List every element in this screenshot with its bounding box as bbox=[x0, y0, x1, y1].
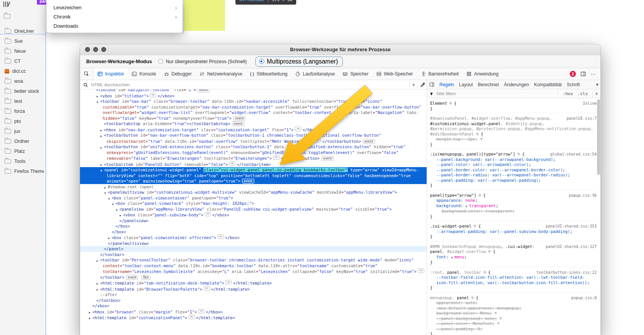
add-node-icon[interactable]: + bbox=[412, 82, 415, 87]
markup-line[interactable]: ▶<hbox id="browser" class="margin" flex=… bbox=[80, 309, 427, 315]
rule-selector[interactable]: #editBookmarkPanel{ bbox=[430, 132, 597, 137]
scrollbar-thumb[interactable] bbox=[597, 99, 600, 175]
show-more-icon[interactable] bbox=[205, 212, 211, 216]
tab-konsole[interactable]: Konsole bbox=[128, 68, 160, 80]
event-badge[interactable]: event bbox=[233, 116, 245, 121]
show-more-icon[interactable] bbox=[314, 138, 321, 143]
markup-line[interactable]: skipintoolbarset="true" data-l10n-id="na… bbox=[80, 138, 427, 144]
meatball-menu-icon[interactable]: ⋯ bbox=[591, 71, 596, 77]
markup-line[interactable]: <toolbox id="navigator-toolbox" flex="1"… bbox=[80, 89, 427, 93]
markup-line[interactable]: overflowtarget="widget-overflow-list" ov… bbox=[80, 110, 427, 116]
css-declaration[interactable]: appearance: auto; bbox=[430, 300, 597, 306]
markup-line[interactable]: ::after bbox=[80, 292, 427, 298]
markup-line[interactable]: </box> bbox=[80, 229, 427, 235]
markup-line[interactable]: ▶<toolbarbutton id="nav-bar-overflow-but… bbox=[80, 132, 427, 138]
bookmark-item[interactable]: OneLiner bbox=[0, 26, 45, 36]
markup-line[interactable]: ▶<box class="panel-viewcontainer offscre… bbox=[80, 234, 427, 241]
bookmark-item[interactable]: jux bbox=[0, 126, 45, 136]
rule-selector[interactable]: #permission-popup, #protections-popup, #… bbox=[430, 126, 597, 132]
markup-line[interactable]: </toolbar> bbox=[80, 252, 427, 258]
css-declaration[interactable]: background-color: transparent; bbox=[430, 209, 597, 214]
zoom-window-button[interactable] bbox=[101, 47, 106, 52]
markup-line[interactable]: ▶<html:template id="tab-notification-dec… bbox=[80, 280, 427, 286]
tab-barrierefreiheit[interactable]: Barrierefreiheit bbox=[417, 68, 463, 80]
stylesheet-link[interactable]: popup.css:36 bbox=[566, 193, 597, 198]
pseudo-toggle-cls[interactable]: .cls bbox=[575, 91, 590, 96]
sidebar-tab-layout[interactable]: Layout bbox=[459, 82, 473, 87]
markup-line[interactable]: </panel> bbox=[80, 246, 427, 252]
stylesheet-link[interactable]: panelUI.css:7 bbox=[564, 116, 597, 121]
event-badge[interactable]: event bbox=[197, 89, 210, 92]
markup-line[interactable]: hidden="false" keyNav="true" nonemptyove… bbox=[80, 116, 427, 121]
flex-badge[interactable]: flex bbox=[141, 275, 150, 280]
css-declaration[interactable]: --panel-color: var(--arrowpanel-color); bbox=[430, 162, 597, 168]
markup-line[interactable]: ▼<panel id="customizationui-widget-panel… bbox=[80, 167, 427, 173]
markup-line[interactable]: ▶<toolbaritem id="PanelUI-button" remova… bbox=[80, 161, 427, 168]
sidebar-tab-änderungen[interactable]: Änderungen bbox=[504, 82, 529, 87]
show-more-icon[interactable] bbox=[295, 127, 301, 131]
tab-inspektor[interactable]: Inspektor bbox=[93, 68, 128, 80]
rule-selector[interactable]: Element{Inline bbox=[430, 101, 597, 106]
stylesheet-link[interactable]: Inline bbox=[580, 101, 597, 106]
bookmark-item[interactable]: dict.cc bbox=[0, 66, 45, 76]
rule-selector[interactable]: #customizationui-widget-panel, #identity… bbox=[430, 121, 597, 127]
markup-line[interactable]: customizable="true" customizationtarget=… bbox=[80, 104, 427, 110]
bookmark-item[interactable]: forza bbox=[0, 106, 45, 116]
bookmark-item[interactable]: test bbox=[0, 96, 45, 106]
markup-line[interactable]: ▼<box class="panel-viewstack" style="max… bbox=[80, 201, 427, 206]
bookmark-item[interactable]: Tools bbox=[0, 156, 45, 166]
markup-line[interactable]: ▶<hbox id="nav-bar-customization-target"… bbox=[80, 127, 427, 133]
rule-selector[interactable]: :is(menupopup, panel)[type="arrow"]{glob… bbox=[430, 152, 597, 157]
markup-line[interactable]: <toolbartabstop aria-hidden="true"></too… bbox=[80, 121, 427, 127]
css-declaration[interactable]: --panel-background: none; bbox=[430, 316, 597, 322]
expand-computed-icon[interactable]: ▶ bbox=[466, 204, 468, 208]
toggle-split-panel-icon[interactable] bbox=[581, 71, 586, 77]
markup-line[interactable]: </panelview> bbox=[80, 218, 427, 224]
add-rule-icon[interactable]: + bbox=[595, 91, 598, 96]
markup-line[interactable]: libraryView" context="" flip="both" side… bbox=[80, 173, 427, 179]
markup-line[interactable]: onkeypress="gUnifiedExtensions.togglePan… bbox=[80, 150, 427, 156]
css-declaration[interactable]: --panel-border-color: var(--arrowpanel-b… bbox=[430, 168, 597, 173]
show-more-icon[interactable] bbox=[273, 155, 280, 160]
event-badge[interactable]: event bbox=[232, 121, 244, 126]
css-declaration[interactable]: font: ▶menu; bbox=[430, 255, 597, 260]
css-declaration[interactable]: --arrowpanel-padding: var(--panel-subvie… bbox=[430, 229, 597, 234]
css-declaration[interactable]: --panel-border-radius: var(--arrowpanel-… bbox=[430, 173, 597, 178]
markup-line[interactable]: ▶<html:template id="BrowserToolbarPalett… bbox=[80, 286, 427, 292]
eyedropper-icon[interactable] bbox=[420, 81, 425, 88]
css-declaration[interactable]: --panel-padding: var(--arrowpanel-paddin… bbox=[430, 178, 597, 183]
window-titlebar[interactable]: Browser-Werkzeuge für mehrere Prozesse bbox=[80, 44, 601, 55]
show-more-icon[interactable] bbox=[229, 161, 235, 166]
show-more-icon[interactable] bbox=[418, 268, 424, 273]
event-badge[interactable]: event bbox=[242, 179, 254, 184]
style-filter-input[interactable] bbox=[435, 91, 556, 96]
search-input[interactable] bbox=[90, 82, 407, 87]
bookmark-item[interactable]: Ordner bbox=[0, 136, 45, 146]
markup-line[interactable]: removable="false" label="Erweiterungen" … bbox=[80, 155, 427, 161]
tab-debugger[interactable]: Debugger bbox=[160, 68, 196, 80]
bookmark-item[interactable]: Sue bbox=[0, 36, 45, 46]
radio-icon[interactable] bbox=[158, 59, 163, 64]
markup-line[interactable]: toolbarname="Lesezeichen-Symbolleiste" a… bbox=[80, 268, 427, 275]
css-declaration[interactable]: --panel-color: MenuText; bbox=[430, 321, 597, 327]
markup-line[interactable]: ▶#shadow-root (open) bbox=[80, 184, 427, 190]
stylesheet-link[interactable]: toolbarbutton-icons.css:22 bbox=[533, 270, 597, 275]
show-more-icon[interactable] bbox=[198, 309, 205, 313]
sidebar-tab-schrift[interactable]: Schrift bbox=[567, 82, 580, 87]
show-more-icon[interactable] bbox=[150, 93, 156, 97]
pseudo-toggle-hov[interactable]: :hov bbox=[561, 91, 576, 96]
css-declaration[interactable]: --toolbar-field-icon-fill-attention: var… bbox=[430, 275, 597, 285]
bookmark-item[interactable]: better stock bbox=[0, 86, 45, 96]
event-badge[interactable]: event bbox=[321, 156, 334, 161]
menu-item-chronik[interactable]: Chronik› bbox=[47, 12, 182, 21]
error-count-badge[interactable]: 2 bbox=[570, 71, 576, 77]
markup-line[interactable]: context="toolbar-context-menu" data-l10n… bbox=[80, 263, 427, 269]
markup-line[interactable]: animate="open" mainviewshowing="true" pa… bbox=[80, 178, 427, 184]
rule-selector[interactable]: #BMB_bookmarksPopup menupopup, .cui-widg… bbox=[430, 244, 597, 250]
close-window-button[interactable] bbox=[85, 47, 90, 52]
rule-selector[interactable]: panel, #widget-overflow{ bbox=[430, 249, 597, 255]
rule-selector[interactable]: :root, panel, toolbar{toolbarbutton-icon… bbox=[430, 270, 597, 275]
markup-line[interactable]: ▼<toolbar id="nav-bar" class="browser-to… bbox=[80, 99, 427, 104]
tab-netzwerkanalyse[interactable]: Netzwerkanalyse bbox=[195, 68, 246, 80]
list-icon[interactable] bbox=[3, 2, 10, 8]
